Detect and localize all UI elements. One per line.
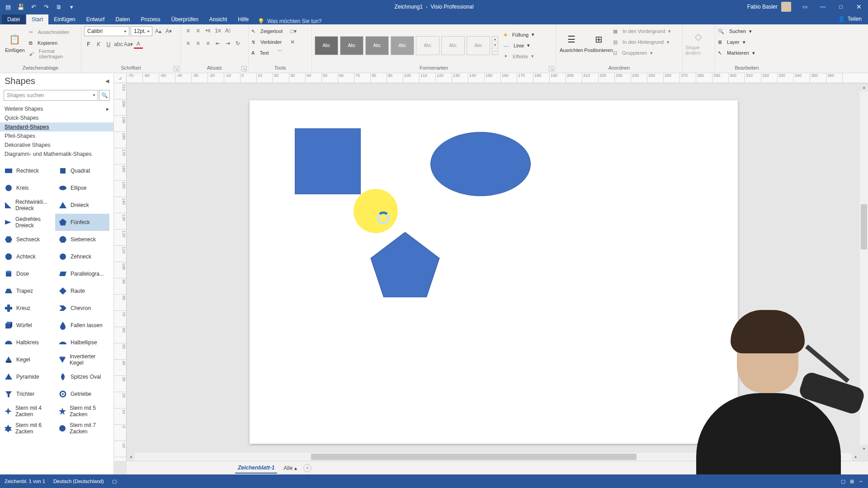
style-swatch[interactable]: Abc bbox=[441, 36, 465, 55]
italic-button[interactable]: K bbox=[94, 40, 103, 49]
qat-save[interactable]: 💾 bbox=[15, 1, 26, 12]
pointer-tool-button[interactable]: ↖ Zeigertool □▾ bbox=[251, 26, 298, 36]
vertical-scrollbar[interactable]: ▴ ▾ bbox=[860, 83, 868, 453]
stencil-row[interactable]: Pfeil-Shapes bbox=[0, 131, 113, 141]
fit-width-icon[interactable]: ↔ bbox=[859, 479, 863, 484]
stencil-row[interactable]: Standard-Shapes bbox=[0, 122, 113, 131]
align-top-button[interactable]: ≡ bbox=[184, 26, 193, 35]
sheet-tab-active[interactable]: Zeichenblatt-1 bbox=[235, 463, 277, 474]
status-language[interactable]: Deutsch (Deutschland) bbox=[53, 479, 104, 484]
tab-help[interactable]: Hilfe bbox=[232, 14, 254, 24]
increase-font-icon[interactable]: A▴ bbox=[154, 27, 163, 36]
presentation-mode-icon[interactable]: ▢ bbox=[841, 479, 845, 484]
shape-rectangle[interactable] bbox=[295, 128, 361, 194]
font-dialog-launcher[interactable]: ↘ bbox=[174, 66, 179, 71]
shape-stencil-item[interactable]: Parallelogra... bbox=[55, 265, 109, 282]
scroll-thumb[interactable] bbox=[311, 454, 637, 460]
share-button[interactable]: 👤Teilen bbox=[832, 14, 868, 24]
style-gallery-more[interactable]: ▴▾⋯ bbox=[492, 36, 498, 55]
copy-button[interactable]: ⧉ Kopieren bbox=[29, 38, 78, 48]
style-swatch[interactable]: Abc bbox=[467, 36, 490, 55]
shape-stencil-item[interactable]: Stern mit 7 Zacken bbox=[55, 420, 109, 437]
scroll-up-icon[interactable]: ▴ bbox=[860, 83, 868, 91]
decrease-font-icon[interactable]: A▾ bbox=[164, 27, 173, 36]
shape-stencil-item[interactable]: Stern mit 4 Zacken bbox=[1, 403, 55, 420]
style-swatch[interactable]: Abc bbox=[340, 36, 363, 55]
align-button[interactable]: ☰Ausrichten bbox=[559, 26, 584, 60]
font-name-combo[interactable]: Calibri bbox=[84, 26, 129, 36]
minimize-button[interactable]: — bbox=[814, 0, 832, 14]
shape-stencil-item[interactable]: Zehneck bbox=[55, 248, 109, 265]
bold-button[interactable]: F bbox=[84, 40, 93, 49]
shape-stencil-item[interactable]: Halbellipse bbox=[55, 334, 109, 351]
shape-stencil-item[interactable]: Trichter bbox=[1, 385, 55, 403]
close-button[interactable]: ✕ bbox=[850, 0, 868, 14]
font-size-combo[interactable]: 12pt. bbox=[131, 26, 152, 36]
shape-stencil-item[interactable]: Ellipse bbox=[55, 179, 109, 197]
connector-tool-button[interactable]: ↯ Verbinder ✕ bbox=[251, 37, 298, 47]
shape-stencil-item[interactable]: Fallen lassen bbox=[55, 317, 109, 334]
scroll-thumb[interactable] bbox=[861, 204, 867, 249]
qat-new[interactable]: 🗎 bbox=[53, 1, 64, 12]
shapes-search-input[interactable]: Shapes suchen bbox=[4, 90, 98, 101]
shape-stencil-item[interactable]: Halbkreis bbox=[1, 334, 55, 351]
align-middle-button[interactable]: ≡ bbox=[193, 26, 203, 35]
bullets-button[interactable]: •≡ bbox=[203, 26, 212, 35]
align-right-button[interactable]: ≡ bbox=[203, 39, 212, 48]
ribbon-display-icon[interactable]: ▭ bbox=[796, 0, 814, 14]
position-button[interactable]: ⊞Positionieren bbox=[586, 26, 611, 60]
shape-stencil-item[interactable]: Fünfeck bbox=[55, 214, 109, 231]
shape-stencil-item[interactable]: Siebeneck bbox=[55, 231, 109, 248]
tab-view[interactable]: Ansicht bbox=[204, 14, 232, 24]
shape-stencil-item[interactable]: Achteck bbox=[1, 248, 55, 265]
style-swatch[interactable]: Abc bbox=[416, 36, 439, 55]
sheet-all-button[interactable]: Alle ▴ bbox=[283, 465, 297, 471]
shape-stencil-item[interactable]: Kreis bbox=[1, 179, 55, 197]
shape-stencil-item[interactable]: Spitzes Oval bbox=[55, 368, 109, 385]
tab-process[interactable]: Prozess bbox=[135, 14, 165, 24]
shape-stencil-item[interactable]: Pyramide bbox=[1, 368, 55, 385]
numbering-button[interactable]: 1≡ bbox=[213, 26, 222, 35]
macro-record-icon[interactable]: ▢ bbox=[112, 479, 117, 484]
maximize-button[interactable]: □ bbox=[832, 0, 850, 14]
shape-stencil-item[interactable]: Dreieck bbox=[55, 197, 109, 214]
tab-data[interactable]: Daten bbox=[110, 14, 135, 24]
tab-home[interactable]: Start bbox=[26, 14, 48, 24]
collapse-pane-icon[interactable]: ◀ bbox=[105, 78, 109, 84]
shape-stencil-item[interactable]: Rechtwinkli... Dreieck bbox=[1, 197, 55, 214]
fit-page-icon[interactable]: ⊞ bbox=[850, 479, 854, 484]
stencil-row[interactable]: Dekorative Shapes bbox=[0, 141, 113, 150]
strike-button[interactable]: abc bbox=[114, 40, 123, 49]
case-button[interactable]: Aa▾ bbox=[124, 40, 133, 49]
shape-stencil-item[interactable]: Dose bbox=[1, 265, 55, 282]
shape-stencil-item[interactable]: Getriebe bbox=[55, 385, 109, 403]
rotate-text-button[interactable]: ↻ bbox=[233, 39, 242, 48]
style-swatch[interactable]: Abc bbox=[315, 36, 338, 55]
tab-file[interactable]: Datei bbox=[2, 14, 25, 24]
style-swatch[interactable]: Abc bbox=[365, 36, 389, 55]
align-left-button[interactable]: ≡ bbox=[184, 39, 193, 48]
qat-undo[interactable]: ↶ bbox=[28, 1, 39, 12]
scroll-left-icon[interactable]: ◂ bbox=[127, 453, 135, 461]
more-shapes-row[interactable]: Weitere Shapes▸ bbox=[0, 104, 113, 113]
shape-stencil-item[interactable]: Rechteck bbox=[1, 162, 55, 179]
paste-button[interactable]: 📋 Einfügen bbox=[3, 26, 27, 60]
shape-stencil-item[interactable]: Kegel bbox=[1, 351, 55, 368]
tab-review[interactable]: Überprüfen bbox=[166, 14, 204, 24]
shape-stencil-item[interactable]: Gedrehtes Dreieck bbox=[1, 214, 55, 231]
shape-stencil-item[interactable]: Quadrat bbox=[55, 162, 109, 179]
paragraph-dialog-launcher[interactable]: ↘ bbox=[241, 66, 247, 71]
fill-button[interactable]: ◆ Füllung ▾ bbox=[504, 30, 534, 40]
qat-redo[interactable]: ↷ bbox=[41, 1, 52, 12]
shape-stencil-item[interactable]: Invertierter Kegel bbox=[55, 351, 109, 368]
select-button[interactable]: ↖ Markieren ▾ bbox=[718, 48, 755, 58]
x-tool-button[interactable]: ✕ bbox=[288, 38, 297, 47]
drawing-page[interactable] bbox=[250, 100, 738, 444]
user-account[interactable]: Fabio Basler bbox=[747, 2, 791, 12]
shape-ellipse[interactable] bbox=[430, 132, 531, 196]
qat-customize[interactable]: ▾ bbox=[66, 1, 77, 12]
clear-format-button[interactable]: A⃠ bbox=[223, 26, 232, 35]
tell-me-search[interactable]: 💡 Was möchten Sie tun? bbox=[258, 18, 321, 24]
tab-design[interactable]: Entwurf bbox=[81, 14, 110, 24]
underline-button[interactable]: U bbox=[104, 40, 113, 49]
